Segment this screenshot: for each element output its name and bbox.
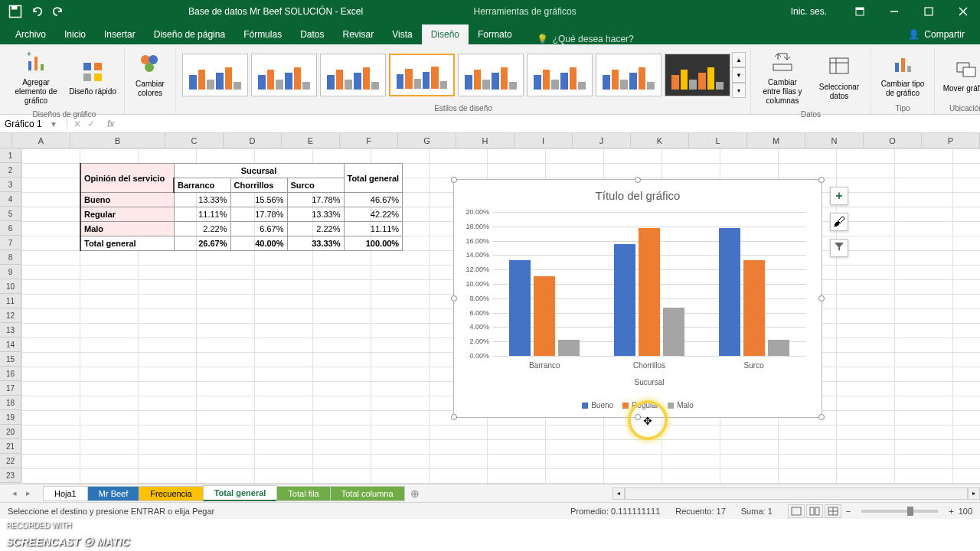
redo-icon[interactable] bbox=[51, 4, 66, 19]
chart-plot-area[interactable]: 0.00%2.00%4.00%6.00%8.00%10.00%12.00%14.… bbox=[492, 212, 806, 356]
row-header-21[interactable]: 21 bbox=[0, 439, 21, 454]
change-chart-type-button[interactable]: Cambiar tipo de gráfico bbox=[876, 49, 929, 101]
chart-style-4[interactable] bbox=[389, 54, 455, 96]
zoom-slider[interactable] bbox=[861, 510, 938, 513]
move-chart-button[interactable]: Mover gráfico bbox=[939, 54, 980, 96]
chart-bar[interactable] bbox=[534, 276, 555, 356]
spreadsheet-grid[interactable]: 1234567891011121314151617181920212223 Op… bbox=[0, 148, 980, 484]
hscroll-left-icon[interactable]: ◂ bbox=[612, 487, 625, 500]
column-header-D[interactable]: D bbox=[224, 133, 282, 148]
chart-style-6[interactable] bbox=[527, 54, 593, 96]
chart-handle[interactable] bbox=[818, 414, 825, 420]
sheet-tab-mrbeef[interactable]: Mr Beef bbox=[87, 486, 140, 501]
row-header-4[interactable]: 4 bbox=[0, 192, 21, 207]
row-header-9[interactable]: 9 bbox=[0, 265, 21, 279]
row-header-11[interactable]: 11 bbox=[0, 294, 21, 308]
row-header-14[interactable]: 14 bbox=[0, 337, 21, 352]
chart-handle[interactable] bbox=[451, 295, 457, 302]
chart-style-7[interactable] bbox=[596, 54, 662, 96]
switch-row-column-button[interactable]: Cambiar entre filas y columnas bbox=[756, 47, 809, 109]
column-header-P[interactable]: P bbox=[922, 133, 980, 148]
sheet-tab-total-columna[interactable]: Total columna bbox=[330, 486, 405, 501]
chart-handle[interactable] bbox=[635, 177, 641, 183]
chart-style-2[interactable] bbox=[251, 54, 317, 96]
row-header-7[interactable]: 7 bbox=[0, 236, 21, 250]
styles-scroll-up-icon[interactable]: ▲ bbox=[732, 52, 746, 67]
zoom-in-button[interactable]: + bbox=[944, 507, 958, 516]
name-box[interactable]: Gráfico 1 ▾ bbox=[0, 119, 67, 129]
chart-handle[interactable] bbox=[818, 295, 825, 302]
chart-styles-button[interactable]: 🖌 bbox=[830, 213, 848, 231]
column-header-G[interactable]: G bbox=[398, 133, 456, 148]
column-header-O[interactable]: O bbox=[864, 133, 922, 148]
sheet-tab-hoja1[interactable]: Hoja1 bbox=[43, 486, 88, 501]
select-all-corner[interactable] bbox=[0, 133, 12, 148]
chart-bar[interactable] bbox=[509, 260, 531, 356]
chart-handle[interactable] bbox=[451, 177, 457, 183]
tab-formato[interactable]: Formato bbox=[469, 24, 521, 44]
row-header-13[interactable]: 13 bbox=[0, 323, 21, 337]
row-header-2[interactable]: 2 bbox=[0, 163, 21, 178]
quick-layout-button[interactable]: Diseño rápido bbox=[66, 57, 119, 99]
save-icon[interactable] bbox=[8, 4, 23, 19]
row-header-3[interactable]: 3 bbox=[0, 178, 21, 192]
name-box-dropdown-icon[interactable]: ▾ bbox=[51, 119, 62, 129]
row-header-1[interactable]: 1 bbox=[0, 148, 21, 163]
pivot-table[interactable]: Opinión del servicio Sucursal Total gene… bbox=[80, 163, 403, 251]
chart-elements-button[interactable]: + bbox=[830, 187, 848, 205]
chart-bar[interactable] bbox=[743, 260, 765, 356]
row-header-19[interactable]: 19 bbox=[0, 410, 21, 425]
sign-in-link[interactable]: Inic. ses. bbox=[791, 6, 842, 17]
sheet-tab-frecuencia[interactable]: Frecuencia bbox=[139, 486, 203, 501]
chart-style-3[interactable] bbox=[320, 54, 386, 96]
cells-area[interactable]: Opinión del servicio Sucursal Total gene… bbox=[21, 148, 980, 484]
column-header-I[interactable]: I bbox=[514, 133, 573, 148]
tab-archivo[interactable]: Archivo bbox=[6, 24, 55, 44]
chart-x-axis-title[interactable]: Sucursal bbox=[492, 378, 806, 386]
sheet-nav-prev-icon[interactable]: ◂ bbox=[8, 488, 21, 498]
chart-bar[interactable] bbox=[768, 340, 789, 356]
close-icon[interactable] bbox=[946, 0, 980, 23]
add-chart-element-button[interactable]: + Agregar elemento de gráfico bbox=[9, 47, 63, 109]
sheet-nav-next-icon[interactable]: ▸ bbox=[21, 488, 35, 498]
tab-insertar[interactable]: Insertar bbox=[95, 24, 145, 44]
row-header-6[interactable]: 6 bbox=[0, 221, 21, 236]
tab-diseno[interactable]: Diseño bbox=[422, 24, 469, 44]
view-page-break-button[interactable] bbox=[825, 504, 841, 518]
minimize-icon[interactable] bbox=[877, 0, 911, 23]
tab-datos[interactable]: Datos bbox=[291, 24, 333, 44]
tab-formulas[interactable]: Fórmulas bbox=[234, 24, 291, 44]
embedded-chart[interactable]: Título del gráfico 0.00%2.00%4.00%6.00%8… bbox=[453, 179, 822, 418]
chart-bar[interactable] bbox=[663, 308, 684, 356]
view-normal-button[interactable] bbox=[788, 504, 805, 518]
hscroll-right-icon[interactable]: ▸ bbox=[968, 487, 980, 500]
sheet-tab-total-general[interactable]: Total general bbox=[203, 485, 278, 501]
zoom-out-button[interactable]: − bbox=[841, 507, 855, 516]
chart-style-1[interactable] bbox=[182, 54, 248, 96]
column-header-C[interactable]: C bbox=[165, 133, 224, 148]
column-header-M[interactable]: M bbox=[747, 133, 805, 148]
column-header-F[interactable]: F bbox=[340, 133, 398, 148]
column-header-N[interactable]: N bbox=[805, 133, 864, 148]
row-header-18[interactable]: 18 bbox=[0, 396, 21, 410]
row-header-17[interactable]: 17 bbox=[0, 381, 21, 396]
tab-revisar[interactable]: Revisar bbox=[334, 24, 384, 44]
chart-styles-gallery[interactable]: ▲▼▾ bbox=[181, 52, 746, 98]
chart-title[interactable]: Título del gráfico bbox=[454, 180, 822, 207]
column-header-E[interactable]: E bbox=[282, 133, 340, 148]
chart-style-5[interactable] bbox=[458, 54, 524, 96]
add-sheet-button[interactable]: ⊕ bbox=[404, 487, 426, 500]
chart-handle[interactable] bbox=[635, 414, 641, 420]
row-header-8[interactable]: 8 bbox=[0, 250, 21, 265]
row-header-15[interactable]: 15 bbox=[0, 352, 21, 367]
select-data-button[interactable]: Seleccionar datos bbox=[812, 52, 866, 104]
chart-filters-button[interactable] bbox=[830, 239, 848, 257]
row-header-12[interactable]: 12 bbox=[0, 308, 21, 323]
undo-icon[interactable] bbox=[29, 4, 44, 19]
chart-bar[interactable] bbox=[558, 340, 580, 356]
row-header-22[interactable]: 22 bbox=[0, 454, 21, 468]
tell-me-search[interactable]: 💡 ¿Qué desea hacer? bbox=[537, 34, 634, 44]
tab-diseno-pagina[interactable]: Diseño de página bbox=[145, 24, 234, 44]
sheet-tab-total-fila[interactable]: Total fila bbox=[276, 486, 330, 501]
chart-bar[interactable] bbox=[719, 228, 740, 356]
